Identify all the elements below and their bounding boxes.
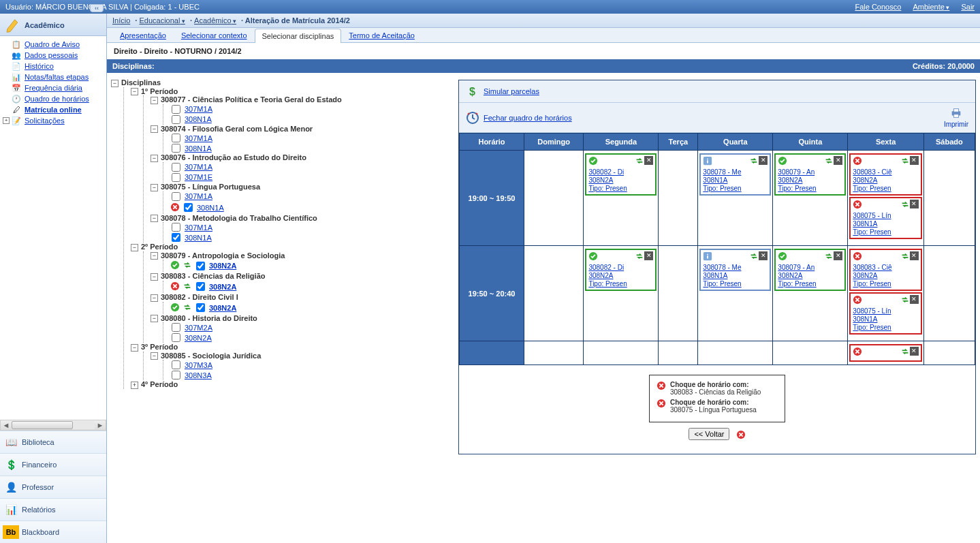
tab[interactable]: Selecionar disciplinas <box>255 29 342 43</box>
sidebar-link[interactable]: Notas/faltas etapas <box>25 73 89 81</box>
card-course[interactable]: 308082 - Di <box>588 168 653 176</box>
close-icon[interactable]: ✕ <box>644 251 653 260</box>
print-button[interactable]: Imprimir <box>944 107 968 128</box>
sidebar-item[interactable]: 📊Notas/faltas etapas <box>1 72 105 82</box>
class-link[interactable]: 307M1A <box>185 223 212 232</box>
sched-card[interactable]: ✕308075 - Lín308N1ATipo: Presen <box>849 197 921 239</box>
tree-toggle[interactable]: − <box>151 294 158 302</box>
tree-toggle[interactable]: − <box>151 215 158 222</box>
card-class[interactable]: 308N2A <box>588 272 653 280</box>
class-checkbox[interactable] <box>172 134 180 142</box>
tree-toggle[interactable]: − <box>151 97 158 104</box>
class-checkbox[interactable] <box>184 203 193 212</box>
tree-toggle[interactable]: − <box>151 352 158 360</box>
sidebar-item[interactable]: 🕐Quadro de horários <box>1 93 105 104</box>
tab[interactable]: Termo de Aceitação <box>341 28 422 42</box>
sched-card[interactable]: ✕308078 - Me308N1ATipo: Presen <box>699 153 771 196</box>
class-link[interactable]: 308N1A <box>185 144 212 153</box>
tree-toggle[interactable]: − <box>151 155 158 162</box>
class-checkbox[interactable] <box>172 173 180 182</box>
sidebar-link[interactable]: Frequência diária <box>25 84 82 92</box>
close-icon[interactable]: ✕ <box>910 200 919 208</box>
card-type[interactable]: Tipo: Presen <box>703 185 768 193</box>
card-course[interactable]: 308075 - Lín <box>853 307 918 315</box>
card-type[interactable]: Tipo: Presen <box>588 280 653 288</box>
fechar-horarios-link[interactable]: Fechar quadro de horários <box>484 114 572 122</box>
sidebar-link[interactable]: Quadro de horários <box>25 95 89 103</box>
card-course[interactable]: 308083 - Ciê <box>853 264 918 272</box>
sidebar-section[interactable]: 💲Financeiro <box>0 453 106 476</box>
class-link[interactable]: 307M1A <box>185 163 212 171</box>
sched-card[interactable]: ✕308078 - Me308N1ATipo: Presen <box>699 249 771 291</box>
close-icon[interactable]: ✕ <box>910 251 919 260</box>
simular-parcelas-link[interactable]: Simular parcelas <box>484 87 539 95</box>
tab[interactable]: Selecionar contexto <box>174 28 255 42</box>
close-icon[interactable]: ✕ <box>834 156 842 165</box>
card-course[interactable]: 308079 - An <box>778 264 842 272</box>
tree-toggle[interactable]: + <box>131 382 138 389</box>
sidebar-item[interactable]: 📅Frequência diária <box>1 82 105 93</box>
ambiente-menu[interactable]: Ambiente <box>913 3 949 11</box>
class-link[interactable]: 308N2A <box>209 304 236 312</box>
card-course[interactable]: 308079 - An <box>778 168 842 176</box>
sched-card[interactable]: ✕308083 - Ciê308N2ATipo: Presen <box>849 153 921 196</box>
sidebar-link[interactable]: Histórico <box>25 62 54 70</box>
class-link[interactable]: 308N2A <box>209 283 236 291</box>
tree-toggle[interactable]: − <box>131 344 138 352</box>
scroll-right[interactable]: ► <box>95 421 106 429</box>
close-icon[interactable]: ✕ <box>644 156 653 165</box>
sidebar-item[interactable]: 📄Histórico <box>1 61 105 72</box>
tab[interactable]: Apresentação <box>112 28 174 42</box>
card-course[interactable]: 308078 - Me <box>703 168 768 176</box>
tree-toggle[interactable]: − <box>151 184 158 191</box>
sidebar-section[interactable]: 👤Professor <box>0 476 106 498</box>
sidebar-collapse-button[interactable]: ‹‹ <box>90 4 104 12</box>
sidebar-link[interactable]: Matrícula online <box>25 106 82 114</box>
tree-toggle[interactable]: − <box>151 273 158 281</box>
sidebar-link[interactable]: Solicitações <box>25 117 65 125</box>
class-checkbox[interactable] <box>196 282 205 291</box>
close-icon[interactable]: ✕ <box>910 295 919 304</box>
sidebar-link[interactable]: Quadro de Aviso <box>25 40 80 48</box>
sidebar-item[interactable]: 👥Dados pessoais <box>1 50 105 61</box>
class-checkbox[interactable] <box>172 223 180 232</box>
expand-icon[interactable]: + <box>3 117 10 124</box>
card-class[interactable]: 308N2A <box>853 272 918 280</box>
class-checkbox[interactable] <box>172 323 180 332</box>
sair-link[interactable]: Sair <box>961 3 975 11</box>
class-link[interactable]: 308N2A <box>209 262 236 270</box>
close-icon[interactable]: ✕ <box>910 156 919 165</box>
class-link[interactable]: 307M2A <box>185 324 212 332</box>
card-class[interactable]: 308N1A <box>703 272 768 280</box>
card-type[interactable]: Tipo: Presen <box>853 185 918 193</box>
breadcrumb-academico[interactable]: Acadêmico <box>194 16 236 25</box>
card-class[interactable]: 308N2A <box>853 176 918 185</box>
card-class[interactable]: 308N1A <box>853 315 918 324</box>
card-course[interactable]: 308082 - Di <box>588 264 653 272</box>
card-class[interactable]: 308N2A <box>778 176 842 185</box>
sched-card[interactable]: ✕308083 - Ciê308N2ATipo: Presen <box>849 249 921 291</box>
breadcrumb-educacional[interactable]: Educacional <box>139 16 185 25</box>
class-link[interactable]: 307M1A <box>185 192 212 200</box>
class-link[interactable]: 308N1A <box>185 115 212 123</box>
tree-toggle[interactable]: − <box>131 88 138 95</box>
sched-card[interactable]: ✕308075 - Lín308N1ATipo: Presen <box>849 292 921 335</box>
sched-card[interactable]: ✕308082 - Di308N2ATipo: Presen <box>585 153 657 196</box>
class-link[interactable]: 307M3A <box>185 361 212 369</box>
scroll-left[interactable]: ◄ <box>1 421 12 429</box>
fale-conosco-link[interactable]: Fale Conosco <box>855 3 901 11</box>
card-course[interactable]: 308075 - Lín <box>853 212 918 220</box>
sidebar-item[interactable]: 🖊Matrícula online <box>1 104 105 115</box>
card-type[interactable]: Tipo: Presen <box>853 228 918 236</box>
class-checkbox[interactable] <box>172 105 180 114</box>
class-checkbox[interactable] <box>172 371 180 379</box>
class-link[interactable]: 307M1E <box>185 173 212 181</box>
card-type[interactable]: Tipo: Presen <box>853 280 918 288</box>
close-icon[interactable]: ✕ <box>834 251 842 260</box>
class-link[interactable]: 307M1A <box>185 105 212 113</box>
sidebar-section[interactable]: 📊Relatórios <box>0 498 106 521</box>
breadcrumb-inicio[interactable]: Início <box>112 16 130 25</box>
card-type[interactable]: Tipo: Presen <box>778 185 842 193</box>
class-checkbox[interactable] <box>172 115 180 124</box>
sched-card[interactable]: ✕308079 - An308N2ATipo: Presen <box>774 153 846 196</box>
